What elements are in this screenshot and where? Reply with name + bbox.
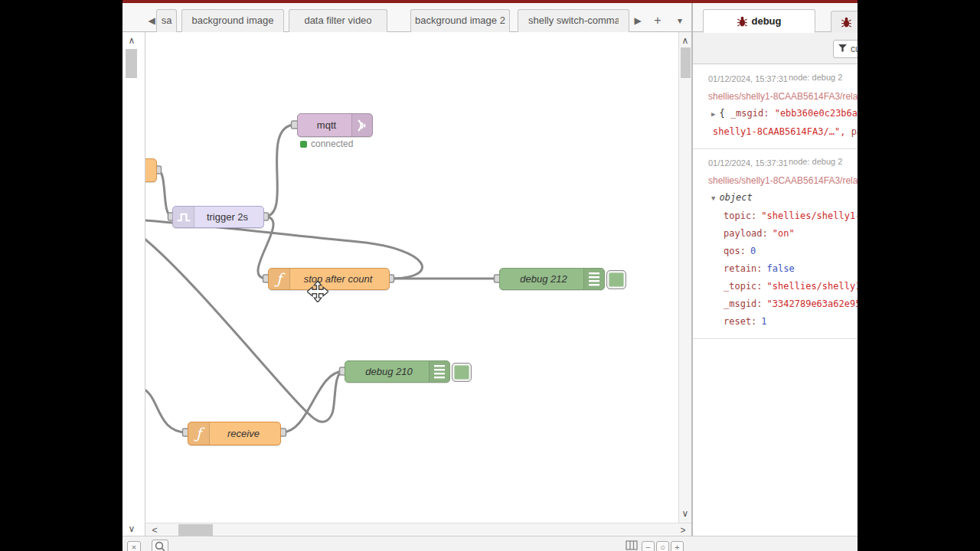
search-zoom-icon[interactable]: [152, 540, 168, 551]
node-label: debug 212: [520, 269, 583, 289]
node-label: trigger 2s: [188, 207, 248, 227]
canvas-horizontal-scrollbar[interactable]: < >: [145, 523, 691, 536]
json-key: _topic:: [724, 281, 763, 292]
wire-offscreen-to-debug210[interactable]: [145, 233, 344, 422]
node-label: receive: [209, 422, 260, 445]
bug-icon: [841, 17, 851, 28]
node-debug-212[interactable]: debug 212: [499, 268, 605, 290]
palette-strip: ∧: [122, 32, 145, 536]
canvas-scroll-up-icon[interactable]: ∧: [679, 35, 691, 46]
navigator-icon[interactable]: [624, 540, 639, 551]
expand-arrow-icon[interactable]: ▶: [711, 110, 715, 118]
bug-icon: [737, 16, 747, 27]
zoom-reset-icon[interactable]: ○: [656, 541, 669, 551]
trigger-pulse-icon: [173, 207, 194, 227]
workspace-tab-partial[interactable]: sa: [156, 9, 177, 32]
workspace-tab-shelly-switch[interactable]: shelly switch-comma: [518, 9, 629, 32]
json-string: "shellies/shelly1-8C: [767, 281, 858, 292]
message-topic: shellies/shelly1-8CAAB5614FA3/relay: [708, 175, 858, 186]
screen: ◀ sa background image data filter video …: [0, 0, 980, 551]
workspace-tab-data-filter-video[interactable]: data filter video: [289, 9, 387, 32]
json-key: payloa: [851, 126, 858, 137]
tab-debug[interactable]: debug: [703, 9, 815, 33]
debug-toolbar: cu: [693, 32, 858, 64]
json-key: retain:: [724, 263, 763, 274]
status-text: connected: [311, 139, 353, 149]
function-icon: ƒ: [269, 269, 290, 289]
debug-sidebar: cu 01/12/2024, 15:37:31 node: debug 2 sh…: [693, 32, 858, 536]
object-label: object: [719, 192, 752, 203]
workspace-tab-background-image[interactable]: background image: [181, 9, 284, 32]
message-node-name: node: debug 2: [789, 70, 842, 86]
workspace-tab-background-image-2[interactable]: background image 2: [410, 9, 510, 32]
debug-filter-button[interactable]: cu: [833, 40, 858, 58]
message-timestamp: 01/12/2024, 15:37:31: [708, 74, 788, 83]
filter-label: cu: [851, 44, 858, 54]
canvas-vscrollbar-thumb[interactable]: [681, 47, 691, 78]
canvas-scroll-left-icon[interactable]: <: [149, 525, 161, 536]
wire-trigger-to-mqtt[interactable]: [264, 125, 296, 217]
node-label: debug 210: [365, 361, 429, 382]
palette-collapse-icon[interactable]: ×: [127, 541, 141, 551]
zoom-out-icon[interactable]: −: [642, 541, 655, 551]
json-string: "3342789e63a62e95": [767, 298, 858, 309]
json-string: "shellies/shelly1-8CA: [761, 210, 858, 221]
flow-list-menu-icon[interactable]: ▾: [672, 9, 688, 32]
node-label: mqtt: [317, 114, 353, 136]
zoom-in-icon[interactable]: +: [671, 541, 684, 551]
function-icon: ƒ: [188, 422, 210, 445]
json-key: qos:: [724, 246, 746, 256]
debug-212-toggle-button[interactable]: [606, 270, 626, 289]
node-trigger[interactable]: trigger 2s: [172, 206, 264, 228]
json-key: payload:: [724, 228, 768, 239]
json-number: 0: [750, 246, 756, 256]
debug-message[interactable]: 01/12/2024, 15:37:31 node: debug 2 shell…: [693, 65, 858, 149]
json-string: "on": [773, 228, 795, 239]
json-string: "ebb360e0c23b6ad0": [775, 108, 858, 119]
mqtt-broadcast-icon: [351, 114, 372, 136]
wire-offscreen-to-trigger[interactable]: [157, 170, 172, 217]
json-text: {: [719, 108, 730, 119]
debug-message[interactable]: 01/12/2024, 15:37:31 node: debug 2 shell…: [693, 149, 858, 339]
debug-210-toggle-button[interactable]: [452, 363, 472, 382]
palette-scroll-up-icon[interactable]: ∧: [126, 35, 138, 46]
node-red-window: ◀ sa background image data filter video …: [122, 0, 858, 551]
node-debug-210[interactable]: debug 210: [345, 360, 450, 383]
canvas-scroll-right-icon[interactable]: >: [677, 525, 689, 536]
node-label: stop after count: [286, 269, 373, 289]
collapse-arrow-icon[interactable]: ▼: [711, 194, 715, 202]
json-key: _msgid:: [730, 108, 775, 119]
palette-scroll-down-icon[interactable]: ∨: [126, 523, 138, 534]
workspace-scroll-right-icon[interactable]: ▶: [631, 9, 645, 32]
node-receive[interactable]: ƒ receive: [188, 422, 281, 445]
message-node-name: node: debug 2: [789, 154, 842, 170]
tab-bug-only[interactable]: [831, 11, 858, 33]
mqtt-status: connected: [300, 139, 353, 149]
json-string: shelly1-8CAAB5614FA3/…",: [713, 126, 851, 137]
json-key: _msgid:: [724, 298, 763, 309]
move-cursor-icon: [307, 281, 328, 302]
debug-message-list: 01/12/2024, 15:37:31 node: debug 2 shell…: [693, 65, 858, 339]
debug-list-icon: [429, 361, 449, 382]
node-partial-offscreen[interactable]: [145, 158, 157, 182]
flow-canvas[interactable]: mqtt connected trigger 2s: [145, 32, 691, 523]
message-topic: shellies/shelly1-8CAAB5614FA3/relay: [708, 91, 858, 102]
debug-list-icon: [583, 269, 604, 289]
canvas-scroll-down-icon[interactable]: ∨: [679, 508, 691, 519]
palette-scrollbar-thumb[interactable]: [126, 49, 137, 78]
footer-bar: × − ○ +: [122, 536, 858, 551]
canvas-vertical-scrollbar[interactable]: ∧ ∨: [678, 32, 691, 523]
canvas-hscrollbar-thumb[interactable]: [178, 524, 213, 536]
json-number: 1: [761, 316, 766, 327]
json-key: reset:: [724, 316, 756, 327]
status-dot-icon: [300, 141, 307, 148]
filter-funnel-icon: [838, 44, 847, 52]
message-timestamp: 01/12/2024, 15:37:31: [708, 158, 788, 168]
node-stop-after-count[interactable]: ƒ stop after count: [268, 268, 390, 290]
node-mqtt[interactable]: mqtt: [297, 113, 373, 137]
wire-offscreen-to-receive[interactable]: [145, 387, 187, 432]
json-boolean: false: [767, 263, 795, 274]
add-flow-icon[interactable]: +: [651, 9, 665, 32]
json-key: topic:: [724, 210, 756, 221]
tab-label: shelly switch-comma: [528, 10, 619, 31]
